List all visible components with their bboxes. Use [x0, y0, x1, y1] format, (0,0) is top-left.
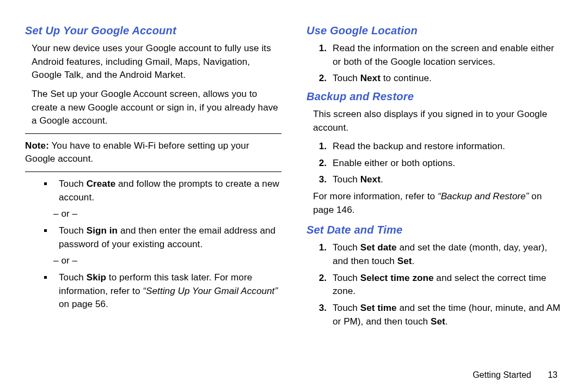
list-item: Touch Sign in and then enter the email a…	[53, 224, 281, 251]
bullet-list: Touch Create and follow the prompts to c…	[25, 177, 281, 204]
ordered-list: Read the information on the screen and e…	[307, 42, 563, 85]
text: For more information, refer to	[313, 191, 438, 201]
body-para: The Set up your Google Account screen, a…	[32, 88, 281, 128]
left-column: Set Up Your Google Account Your new devi…	[25, 23, 281, 332]
list-item: Touch Select time zone and select the co…	[329, 272, 563, 298]
text: Touch	[59, 179, 87, 189]
or-separator: – or –	[53, 254, 281, 268]
text: Touch	[59, 272, 87, 283]
text: .	[445, 316, 448, 327]
bold: Set time	[360, 303, 397, 313]
note-text: You have to enable Wi-Fi before setting …	[25, 140, 249, 164]
text: on page 56.	[59, 299, 108, 309]
bold: Set	[397, 256, 412, 266]
list-item: Read the backup and restore information.	[329, 140, 563, 154]
cross-ref: “Setting Up Your Gmail Account”	[143, 286, 278, 296]
note-label: Note:	[25, 140, 49, 151]
note: Note: You have to enable Wi-Fi before se…	[25, 139, 281, 166]
right-column: Use Google Location Read the information…	[303, 23, 563, 332]
heading-backup-restore: Backup and Restore	[307, 89, 563, 105]
text: .	[412, 256, 414, 266]
text: to continue.	[381, 73, 432, 83]
heading-set-up-google: Set Up Your Google Account	[25, 23, 281, 39]
text: Touch	[333, 303, 360, 313]
bold: Create	[87, 179, 116, 189]
list-item: Touch Next to continue.	[329, 72, 563, 85]
bold: Select time zone	[360, 273, 434, 283]
list-item: Read the information on the screen and e…	[329, 42, 563, 69]
bullet-list: Touch Skip to perform this task later. F…	[25, 271, 281, 311]
heading-set-date-time: Set Date and Time	[307, 222, 563, 238]
list-item: Touch Next.	[329, 173, 563, 187]
heading-use-google-location: Use Google Location	[307, 23, 563, 39]
list-item: Touch Set time and set the time (hour, m…	[329, 302, 563, 328]
bold: Next	[360, 174, 381, 185]
body-para: For more information, refer to “Backup a…	[313, 190, 563, 217]
body-para: Your new device uses your Google account…	[32, 42, 281, 82]
text: Touch	[333, 273, 360, 283]
or-separator: – or –	[53, 207, 281, 221]
ordered-list: Touch Set date and set the date (month, …	[307, 241, 563, 328]
list-item: Enable either or both options.	[329, 157, 563, 170]
list-item: Touch Set date and set the date (month, …	[329, 241, 563, 268]
body-para: This screen also displays if you signed …	[313, 108, 563, 134]
rule	[25, 133, 281, 134]
text: Touch	[59, 225, 87, 236]
list-item: Touch Skip to perform this task later. F…	[53, 271, 281, 311]
bold: Set	[431, 316, 445, 327]
bold: Sign in	[87, 225, 118, 236]
rule	[25, 171, 281, 172]
bold: Skip	[87, 272, 106, 283]
text: Touch	[333, 73, 360, 83]
text: Touch	[333, 242, 360, 253]
bullet-list: Touch Sign in and then enter the email a…	[25, 224, 281, 251]
text: Touch	[333, 174, 360, 185]
bold: Next	[360, 73, 381, 83]
bold: Set date	[360, 242, 397, 253]
text: .	[381, 174, 383, 185]
list-item: Touch Create and follow the prompts to c…	[53, 177, 281, 204]
ordered-list: Read the backup and restore information.…	[307, 140, 563, 187]
cross-ref: “Backup and Restore”	[438, 191, 529, 201]
